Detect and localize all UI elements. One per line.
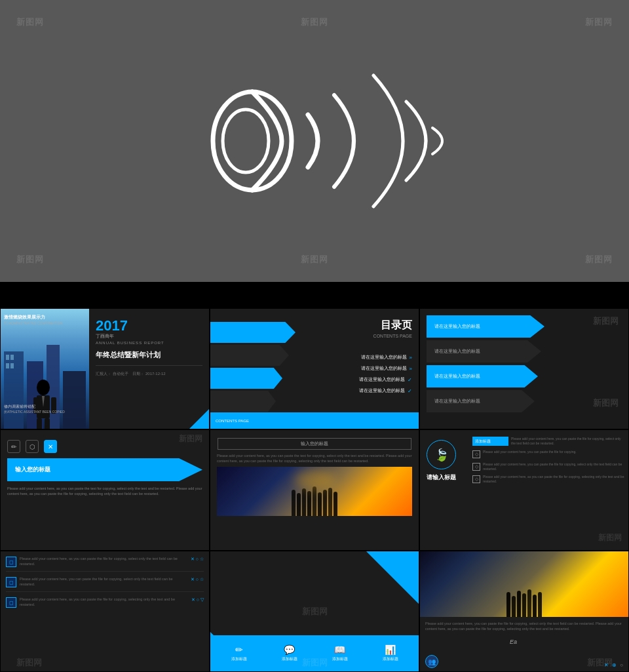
slide-toolbar: 新图网 ✏ 添加标题 💬 添加标题 📖 添加标题 📊 添加标题 (210, 551, 419, 672)
svg-rect-4 (10, 355, 14, 360)
toolbar-item-2[interactable]: 💬 添加标题 (282, 644, 297, 662)
watermark-tc: 新图网 (301, 16, 328, 28)
watermark-mid: 新图网 (593, 397, 619, 409)
svg-rect-9 (63, 371, 86, 429)
svg-point-10 (37, 380, 50, 395)
watermark-bl: 新图网 (16, 254, 44, 266)
slide-photo-text: Please add your content here, you can pa… (419, 551, 629, 672)
svg-rect-14 (37, 418, 42, 429)
top-section: 新图网 新图网 新图网 新图网 新图网 新图网 (0, 0, 629, 282)
black-band (0, 282, 629, 308)
slide-right-arrows: 请在这里输入您的标题 请在这里输入您的标题 请在这里输入您的标题 请在这里输入您… (419, 308, 629, 429)
slide-contents: 目录页 CONTENTS PAGE 请在这里输入您的标题 » 请在这里输入您的标… (210, 308, 419, 429)
slide-list-items: ◻ Please add your content here, as you c… (0, 551, 210, 672)
toolbar-item-1[interactable]: ✏ 添加标题 (231, 644, 247, 662)
slide-feature-icon: 🍃 请输入标题 添加标题 Please add your content her… (419, 429, 629, 551)
ea-text-area: Ea (503, 631, 628, 652)
slide-title-zh: 年终总结暨新年计划 (96, 350, 202, 360)
toolbar-item-4[interactable]: 📊 添加标题 (383, 644, 398, 662)
slide-1-photo: 激情燃烧效果展示力 TO ADMINISTRATIVE CONFIRMATION… (1, 309, 89, 429)
svg-rect-2 (4, 351, 24, 429)
slide-cover: 激情燃烧效果展示力 TO ADMINISTRATIVE CONFIRMATION… (0, 308, 210, 429)
speaker-icon (151, 43, 478, 239)
svg-rect-5 (6, 363, 9, 368)
svg-rect-6 (10, 363, 14, 368)
slide-icon-row: ✏ ⬡ ✕ 输入您的标题 Please add your content her… (0, 429, 210, 551)
year-display: 2017 (96, 319, 202, 333)
svg-rect-15 (45, 418, 50, 429)
watermark-br: 新图网 (585, 254, 613, 266)
slides-grid: 激情燃烧效果展示力 TO ADMINISTRATIVE CONFIRMATION… (0, 308, 629, 672)
watermark-tr: 新图网 (585, 16, 613, 28)
svg-point-1 (223, 109, 269, 172)
watermark-bc: 新图网 (301, 254, 328, 266)
slide-input-content: 输入您的标题 Please add your content here, as … (210, 429, 419, 551)
watermark-mid2: 新图网 (593, 315, 619, 327)
toolbar-item-3[interactable]: 📖 添加标题 (332, 644, 348, 662)
svg-rect-3 (6, 355, 9, 360)
watermark-tl: 新图网 (16, 16, 44, 28)
